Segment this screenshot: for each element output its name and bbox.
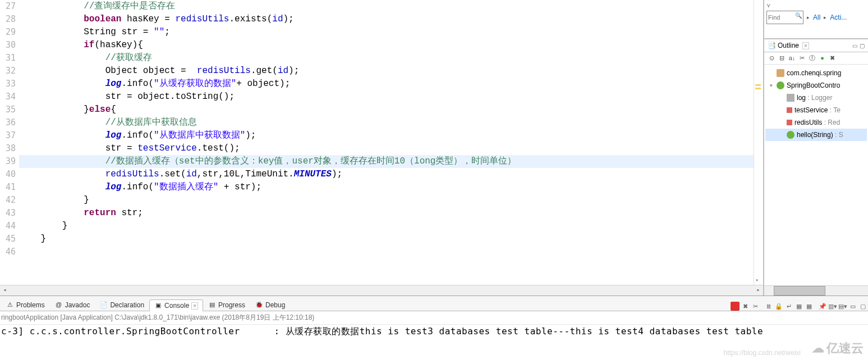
code-view[interactable]: //查询缓存中是否存在 boolean hasKey = redisUtils.… (17, 0, 754, 285)
tab-console[interactable]: ▣Console × (149, 299, 203, 311)
line-number: 40 (1, 168, 16, 181)
code-line[interactable]: //获取缓存 (19, 52, 754, 65)
maximize-icon[interactable]: ▢ (860, 43, 865, 49)
outline-node[interactable]: log : Logger (765, 92, 867, 104)
scrollbar-thumb[interactable] (774, 286, 825, 296)
line-number: 33 (1, 78, 16, 90)
outline-node[interactable]: redisUtils : Red (765, 116, 867, 129)
outline-node[interactable]: com.chenqi.spring (765, 67, 867, 79)
editor-pane: 2728293031323334353637383940414243444546… (0, 0, 764, 296)
expander-icon[interactable]: ⋎ (766, 2, 866, 8)
code-line[interactable]: log.info("数据插入缓存" + str); (19, 181, 754, 194)
code-line[interactable]: String str = ""; (19, 26, 754, 39)
display-selected-icon[interactable]: ▥▾ (828, 302, 837, 311)
code-line[interactable]: }else{ (19, 103, 754, 116)
code-line[interactable]: redisUtils.set(id,str,10L,TimeUnit.MINUT… (19, 168, 754, 181)
close-icon[interactable]: × (191, 302, 198, 310)
code-line[interactable]: } (19, 233, 754, 246)
mtd-icon (787, 131, 794, 139)
code-line[interactable]: } (19, 194, 754, 207)
max-icon[interactable]: ▢ (858, 302, 867, 311)
code-line[interactable]: boolean hasKey = redisUtils.exists(id); (19, 13, 754, 26)
remove-all-icon[interactable]: ✂ (751, 302, 760, 311)
tab-declaration[interactable]: 📄Declaration (95, 299, 149, 311)
tree-twistie[interactable]: ▾ (768, 83, 774, 88)
fld-i-icon (787, 107, 792, 113)
minimize-icon[interactable]: ▭ (852, 43, 857, 49)
pin-console-icon[interactable]: 📌 (818, 302, 827, 311)
ruler-marker[interactable] (755, 88, 761, 89)
hide-fields-icon[interactable]: ⓕ (808, 54, 816, 62)
show-on-err-icon[interactable]: ▦ (805, 302, 814, 311)
open-console-icon[interactable]: ▤▾ (838, 302, 847, 311)
code-line[interactable]: str = testService.test(); (19, 142, 754, 155)
outline-node[interactable]: testService : Te (765, 104, 867, 116)
close-icon[interactable]: × (802, 42, 809, 49)
tab-problems[interactable]: ⚠Problems (1, 299, 50, 311)
bottom-panel: ⚠Problems@Javadoc📄Declaration▣Console ×▤… (0, 296, 868, 359)
word-wrap-icon[interactable]: ↵ (784, 302, 793, 311)
scroll-lock-icon[interactable]: 🔒 (774, 302, 783, 311)
hide-nonpublic-icon[interactable]: ✖ (828, 54, 837, 62)
line-number: 30 (1, 39, 16, 52)
chevron-down-icon[interactable]: ▾ (755, 277, 759, 284)
all-link[interactable]: All (813, 13, 820, 21)
activate-link[interactable]: Acti... (830, 13, 847, 21)
clear-console-icon[interactable]: 🗎 (764, 302, 773, 311)
min-icon[interactable]: ▭ (848, 302, 857, 311)
terminate-icon[interactable] (731, 302, 740, 311)
console-output[interactable]: c-3] c.c.s.controller.SpringBootControll… (0, 325, 868, 338)
collapse-icon[interactable]: ⊟ (778, 54, 786, 62)
remove-launch-icon[interactable]: ✖ (741, 302, 750, 311)
search-icon[interactable]: 🔍 (795, 12, 802, 19)
outline-tree[interactable]: com.chenqi.spring▾SpringBootControlog : … (764, 65, 868, 285)
tab-debug[interactable]: 🐞Debug (250, 299, 290, 311)
tab-javadoc[interactable]: @Javadoc (50, 299, 95, 311)
overview-ruler[interactable]: ▾ (754, 0, 763, 285)
code-line[interactable]: str = object.toString(); (19, 90, 754, 103)
scroll-right-arrow[interactable]: ▸ (754, 286, 763, 295)
watermark-text: https://blog.csdn.net/weixi (724, 349, 801, 357)
cls-icon (777, 81, 784, 89)
line-number: 44 (1, 220, 16, 233)
outline-header: 📑 Outline × ▭ ▢ (764, 39, 868, 52)
scroll-left-arrow[interactable]: ◂ (0, 286, 10, 295)
outline-node[interactable]: ▾SpringBootContro (765, 79, 867, 92)
tab-progress[interactable]: ▤Progress (203, 299, 250, 311)
code-line[interactable]: //数据插入缓存（set中的参数含义：key值，user对象，缓存存在时间10（… (19, 155, 754, 168)
triangle-icon: ▸ (807, 15, 810, 20)
code-line[interactable]: if(hasKey){ (19, 39, 754, 52)
code-line[interactable]: } (19, 220, 754, 233)
line-number: 31 (1, 52, 16, 65)
node-label: redisUtils : Red (794, 119, 840, 126)
code-line[interactable]: //查询缓存中是否存在 (19, 0, 754, 13)
tab-label: Debug (265, 301, 285, 309)
tab-label: Javadoc (65, 301, 90, 309)
show-on-out-icon[interactable]: ▦ (794, 302, 803, 311)
filter-icon[interactable]: ✂ (798, 54, 806, 62)
line-number: 37 (1, 129, 16, 142)
node-label: com.chenqi.spring (787, 69, 841, 77)
sort-icon[interactable]: a↓ (788, 54, 796, 62)
code-line[interactable]: //从数据库中获取信息 (19, 116, 754, 129)
line-number: 43 (1, 207, 16, 220)
top-split: 2728293031323334353637383940414243444546… (0, 0, 868, 296)
line-number: 41 (1, 181, 16, 194)
line-number: 34 (1, 90, 16, 103)
triangle-icon: ▸ (824, 15, 826, 20)
focus-icon[interactable]: ⊙ (768, 54, 776, 62)
node-label: hello(String) : S (797, 131, 843, 139)
editor-h-scrollbar[interactable]: ◂ ▸ (0, 285, 763, 296)
code-line[interactable] (19, 246, 754, 258)
code-line[interactable]: log.info("从数据库中获取数据"); (19, 129, 754, 142)
tab-label: Progress (218, 301, 245, 309)
outline-h-scrollbar[interactable] (764, 285, 868, 296)
outline-node[interactable]: hello(String) : S (765, 129, 867, 141)
code-area[interactable]: 2728293031323334353637383940414243444546… (0, 0, 763, 285)
tab-icon: 🐞 (255, 301, 263, 309)
ruler-marker[interactable] (755, 84, 761, 86)
code-line[interactable]: log.info("从缓存获取的数据"+ object); (19, 78, 754, 90)
hide-static-icon[interactable]: ● (818, 54, 826, 62)
code-line[interactable]: Object object = redisUtils.get(id); (19, 65, 754, 78)
code-line[interactable]: return str; (19, 207, 754, 220)
